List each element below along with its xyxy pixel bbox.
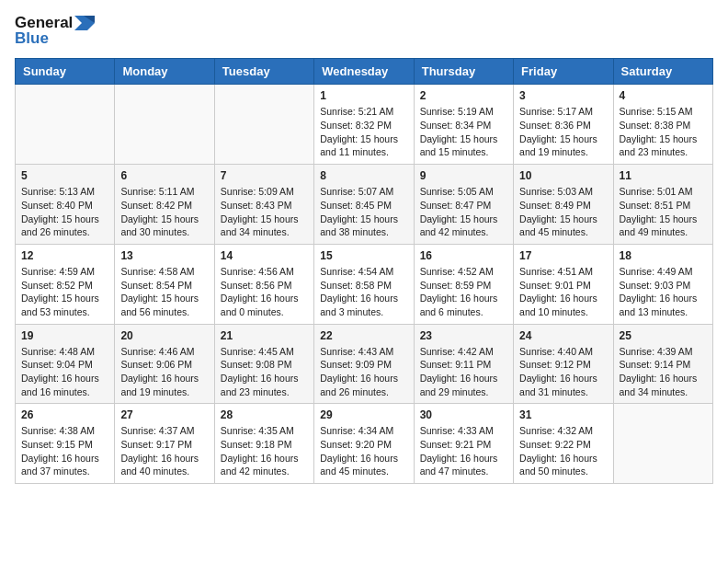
daylight-text: Daylight: 16 hours and 50 minutes. <box>519 452 607 478</box>
cell-sun-info: Sunrise: 5:13 AMSunset: 8:40 PMDaylight:… <box>21 185 108 239</box>
sunset-text: Sunset: 8:42 PM <box>120 199 208 213</box>
sunset-text: Sunset: 8:38 PM <box>620 119 707 132</box>
daylight-text: Daylight: 16 hours and 10 minutes. <box>519 292 607 318</box>
day-number: 6 <box>120 169 208 182</box>
sunset-text: Sunset: 9:11 PM <box>420 358 507 372</box>
sunrise-text: Sunrise: 5:19 AM <box>420 105 507 119</box>
cell-sun-info: Sunrise: 5:21 AMSunset: 8:32 PMDaylight:… <box>320 105 407 159</box>
sunset-text: Sunset: 8:47 PM <box>420 199 507 213</box>
sunrise-text: Sunrise: 5:09 AM <box>221 185 308 199</box>
day-number: 30 <box>420 408 507 421</box>
calendar-cell <box>115 85 214 165</box>
cell-sun-info: Sunrise: 4:38 AMSunset: 9:15 PMDaylight:… <box>21 424 108 478</box>
calendar-cell: 17Sunrise: 4:51 AMSunset: 9:01 PMDayligh… <box>514 244 613 324</box>
daylight-text: Daylight: 16 hours and 37 minutes. <box>21 452 108 478</box>
calendar-cell: 22Sunrise: 4:43 AMSunset: 9:09 PMDayligh… <box>314 324 414 404</box>
calendar-cell: 12Sunrise: 4:59 AMSunset: 8:52 PMDayligh… <box>16 244 115 324</box>
sunrise-text: Sunrise: 4:54 AM <box>320 265 407 279</box>
calendar-cell: 6Sunrise: 5:11 AMSunset: 8:42 PMDaylight… <box>115 165 214 245</box>
sunset-text: Sunset: 8:51 PM <box>620 199 707 213</box>
sunrise-text: Sunrise: 4:56 AM <box>221 265 308 279</box>
cell-sun-info: Sunrise: 5:07 AMSunset: 8:45 PMDaylight:… <box>320 185 407 239</box>
sunrise-text: Sunrise: 4:48 AM <box>21 345 108 359</box>
day-number: 27 <box>120 408 208 421</box>
sunrise-text: Sunrise: 4:59 AM <box>21 265 108 279</box>
week-row-5: 26Sunrise: 4:38 AMSunset: 9:15 PMDayligh… <box>16 404 713 484</box>
calendar-cell: 26Sunrise: 4:38 AMSunset: 9:15 PMDayligh… <box>16 404 115 484</box>
sunset-text: Sunset: 8:40 PM <box>21 199 108 213</box>
calendar-cell: 31Sunrise: 4:32 AMSunset: 9:22 PMDayligh… <box>514 404 613 484</box>
sunrise-text: Sunrise: 4:43 AM <box>320 345 407 359</box>
calendar-cell: 11Sunrise: 5:01 AMSunset: 8:51 PMDayligh… <box>613 165 712 245</box>
cell-sun-info: Sunrise: 4:32 AMSunset: 9:22 PMDaylight:… <box>519 424 607 478</box>
sunset-text: Sunset: 9:17 PM <box>120 438 208 452</box>
cell-sun-info: Sunrise: 5:09 AMSunset: 8:43 PMDaylight:… <box>221 185 308 239</box>
page-header: General Blue <box>15 15 713 47</box>
daylight-text: Daylight: 16 hours and 26 minutes. <box>320 372 407 398</box>
week-row-3: 12Sunrise: 4:59 AMSunset: 8:52 PMDayligh… <box>16 244 713 324</box>
sunset-text: Sunset: 8:49 PM <box>519 199 607 213</box>
calendar-cell: 24Sunrise: 4:40 AMSunset: 9:12 PMDayligh… <box>514 324 613 404</box>
cell-sun-info: Sunrise: 4:45 AMSunset: 9:08 PMDaylight:… <box>221 345 308 399</box>
sunrise-text: Sunrise: 5:01 AM <box>620 185 707 199</box>
day-number: 24 <box>519 329 607 342</box>
daylight-text: Daylight: 16 hours and 42 minutes. <box>221 452 308 478</box>
day-number: 21 <box>221 329 308 342</box>
sunset-text: Sunset: 9:03 PM <box>620 279 707 293</box>
calendar-cell: 16Sunrise: 4:52 AMSunset: 8:59 PMDayligh… <box>414 244 513 324</box>
calendar-cell: 15Sunrise: 4:54 AMSunset: 8:58 PMDayligh… <box>314 244 414 324</box>
daylight-text: Daylight: 16 hours and 47 minutes. <box>420 452 507 478</box>
sunset-text: Sunset: 8:32 PM <box>320 119 407 132</box>
day-number: 1 <box>320 89 407 102</box>
cell-sun-info: Sunrise: 4:33 AMSunset: 9:21 PMDaylight:… <box>420 424 507 478</box>
sunset-text: Sunset: 9:20 PM <box>320 438 407 452</box>
day-number: 13 <box>120 249 208 262</box>
cell-sun-info: Sunrise: 4:48 AMSunset: 9:04 PMDaylight:… <box>21 345 108 399</box>
cell-sun-info: Sunrise: 4:42 AMSunset: 9:11 PMDaylight:… <box>420 345 507 399</box>
weekday-header-thursday: Thursday <box>414 59 513 85</box>
cell-sun-info: Sunrise: 4:37 AMSunset: 9:17 PMDaylight:… <box>120 424 208 478</box>
daylight-text: Daylight: 15 hours and 38 minutes. <box>320 213 407 239</box>
day-number: 12 <box>21 249 108 262</box>
sunrise-text: Sunrise: 5:13 AM <box>21 185 108 199</box>
day-number: 7 <box>221 169 308 182</box>
sunset-text: Sunset: 8:59 PM <box>420 279 507 293</box>
day-number: 4 <box>620 89 707 102</box>
daylight-text: Daylight: 15 hours and 11 minutes. <box>320 132 407 159</box>
calendar-cell: 27Sunrise: 4:37 AMSunset: 9:17 PMDayligh… <box>115 404 214 484</box>
sunrise-text: Sunrise: 4:58 AM <box>120 265 208 279</box>
sunrise-text: Sunrise: 5:07 AM <box>320 185 407 199</box>
cell-sun-info: Sunrise: 4:39 AMSunset: 9:14 PMDaylight:… <box>620 345 707 399</box>
sunset-text: Sunset: 8:36 PM <box>519 119 607 132</box>
weekday-header-wednesday: Wednesday <box>314 59 414 85</box>
calendar-cell: 5Sunrise: 5:13 AMSunset: 8:40 PMDaylight… <box>16 165 115 245</box>
day-number: 9 <box>420 169 507 182</box>
day-number: 22 <box>320 329 407 342</box>
daylight-text: Daylight: 15 hours and 53 minutes. <box>21 292 108 318</box>
day-number: 26 <box>21 408 108 421</box>
calendar-cell: 4Sunrise: 5:15 AMSunset: 8:38 PMDaylight… <box>613 85 712 165</box>
calendar-cell: 8Sunrise: 5:07 AMSunset: 8:45 PMDaylight… <box>314 165 414 245</box>
cell-sun-info: Sunrise: 5:11 AMSunset: 8:42 PMDaylight:… <box>120 185 208 239</box>
daylight-text: Daylight: 15 hours and 15 minutes. <box>420 132 507 159</box>
sunrise-text: Sunrise: 4:33 AM <box>420 424 507 438</box>
sunrise-text: Sunrise: 5:17 AM <box>519 105 607 119</box>
day-number: 31 <box>519 408 607 421</box>
cell-sun-info: Sunrise: 4:46 AMSunset: 9:06 PMDaylight:… <box>120 345 208 399</box>
calendar-cell: 28Sunrise: 4:35 AMSunset: 9:18 PMDayligh… <box>214 404 313 484</box>
day-number: 17 <box>519 249 607 262</box>
sunrise-text: Sunrise: 4:34 AM <box>320 424 407 438</box>
weekday-header-sunday: Sunday <box>16 59 115 85</box>
weekday-header-friday: Friday <box>514 59 613 85</box>
sunrise-text: Sunrise: 4:45 AM <box>221 345 308 359</box>
calendar-cell: 21Sunrise: 4:45 AMSunset: 9:08 PMDayligh… <box>214 324 313 404</box>
calendar-cell: 9Sunrise: 5:05 AMSunset: 8:47 PMDaylight… <box>414 165 513 245</box>
logo-arrow-icon <box>74 16 95 30</box>
sunset-text: Sunset: 9:12 PM <box>519 358 607 372</box>
cell-sun-info: Sunrise: 4:54 AMSunset: 8:58 PMDaylight:… <box>320 265 407 319</box>
sunset-text: Sunset: 9:15 PM <box>21 438 108 452</box>
calendar-cell <box>16 85 115 165</box>
daylight-text: Daylight: 15 hours and 56 minutes. <box>120 292 208 318</box>
daylight-text: Daylight: 16 hours and 45 minutes. <box>320 452 407 478</box>
sunset-text: Sunset: 9:06 PM <box>120 358 208 372</box>
